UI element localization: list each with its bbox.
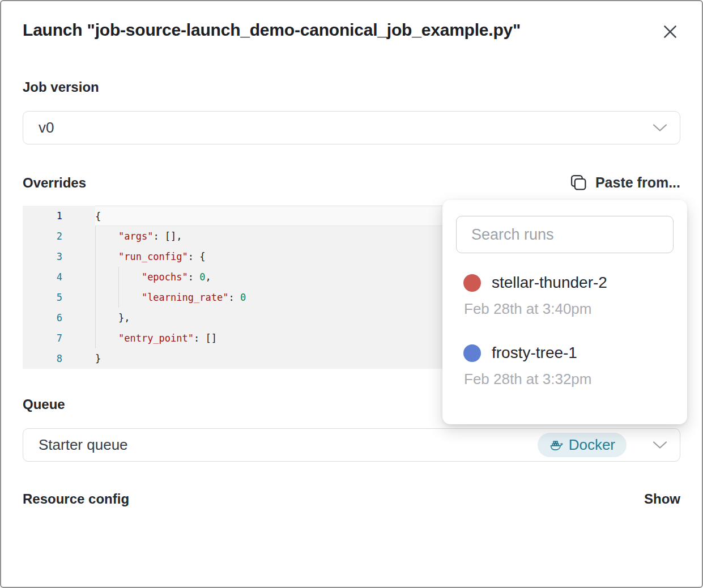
queue-value: Starter queue — [39, 436, 128, 454]
line-number: 2 — [23, 226, 95, 246]
line-number: 8 — [23, 348, 95, 369]
modal-title: Launch "job-source-launch_demo-canonical… — [23, 20, 521, 40]
close-button[interactable] — [660, 22, 680, 42]
chevron-down-icon — [653, 441, 667, 450]
resource-config-label: Resource config — [23, 491, 129, 507]
launch-job-modal: Launch "job-source-launch_demo-canonical… — [0, 0, 703, 588]
overrides-label: Overrides — [23, 175, 86, 191]
job-version-value: v0 — [39, 119, 54, 137]
run-color-dot — [463, 344, 481, 362]
run-date: Feb 28th at 3:32pm — [464, 370, 674, 388]
docker-icon — [549, 438, 563, 451]
run-name: frosty-tree-1 — [492, 344, 577, 362]
docker-badge-label: Docker — [569, 436, 615, 454]
line-number: 6 — [23, 308, 95, 328]
paste-from-label: Paste from... — [595, 174, 680, 191]
line-number: 3 — [23, 246, 95, 267]
line-number: 5 — [23, 287, 95, 308]
paste-from-button[interactable]: Paste from... — [570, 174, 680, 191]
line-number: 4 — [23, 267, 95, 287]
indent-guide — [118, 267, 119, 308]
run-list-item[interactable]: frosty-tree-1 Feb 28th at 3:32pm — [456, 344, 674, 388]
close-icon — [661, 23, 679, 41]
chevron-down-icon — [653, 123, 667, 133]
modal-header: Launch "job-source-launch_demo-canonical… — [23, 20, 680, 42]
job-version-select[interactable]: v0 — [23, 111, 680, 144]
run-name: stellar-thunder-2 — [492, 274, 607, 292]
queue-select[interactable]: Starter queue Docker — [23, 428, 680, 462]
run-color-dot — [463, 274, 481, 292]
run-list-item[interactable]: stellar-thunder-2 Feb 28th at 3:40pm — [456, 274, 674, 318]
line-number: 7 — [23, 328, 95, 348]
job-version-label: Job version — [23, 79, 680, 95]
copy-icon — [570, 174, 587, 191]
docker-badge: Docker — [538, 433, 627, 457]
indent-guide — [95, 226, 96, 348]
run-date: Feb 28th at 3:40pm — [464, 300, 674, 318]
search-runs-input[interactable] — [456, 216, 674, 253]
paste-from-runs-popup: stellar-thunder-2 Feb 28th at 3:40pm fro… — [442, 200, 687, 424]
show-resource-config-button[interactable]: Show — [644, 491, 680, 507]
line-number: 1 — [23, 206, 95, 226]
